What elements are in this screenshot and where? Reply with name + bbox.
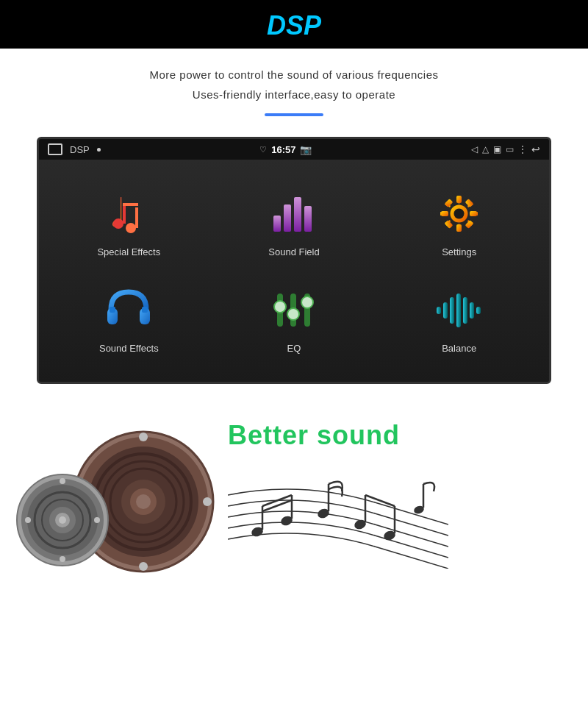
app-grid: 𝅗𝅥 Special Effects [39, 160, 549, 382]
svg-rect-12 [456, 196, 462, 203]
sound-field-icon [268, 188, 320, 239]
svg-rect-18 [445, 219, 453, 228]
box-icon: ▣ [493, 144, 501, 154]
svg-point-11 [454, 208, 465, 218]
subtitle-line1: More power to control the sound of vario… [29, 65, 559, 85]
svg-point-60 [25, 517, 31, 523]
back-icon[interactable]: ↩ [531, 143, 540, 155]
svg-rect-15 [470, 211, 477, 216]
triangle-icon: △ [482, 144, 489, 154]
subtitle-section: More power to control the sound of vario… [0, 49, 588, 124]
svg-point-29 [301, 296, 313, 308]
app-name-label: DSP [70, 144, 90, 155]
svg-rect-23 [142, 307, 148, 313]
svg-point-1 [113, 218, 123, 229]
eq-icon [268, 284, 320, 335]
status-right: ◁ △ ▣ ▭ ⋮ ↩ [471, 143, 540, 155]
music-notes-area: Better sound [228, 420, 566, 569]
special-effects-label: Special Effects [97, 246, 160, 257]
header-title: DSP [0, 10, 588, 41]
app-eq[interactable]: EQ [212, 271, 377, 367]
svg-point-49 [203, 497, 212, 506]
subtitle-line2: Uses-friendly interface,easy to operate [29, 85, 559, 104]
svg-point-46 [139, 433, 148, 441]
more-icon: ⋮ [518, 144, 527, 154]
svg-point-45 [136, 494, 151, 509]
eq-label: EQ [287, 343, 301, 354]
sound-effects-label: Sound Effects [99, 343, 159, 354]
svg-rect-33 [456, 294, 461, 327]
svg-point-25 [274, 301, 286, 313]
rect-icon: ▭ [506, 144, 514, 154]
svg-rect-7 [284, 204, 291, 232]
svg-point-27 [287, 308, 299, 320]
volume-icon: ◁ [471, 144, 478, 154]
status-center: ♡ 16:57 📷 [259, 144, 312, 155]
time-display: 16:57 [271, 144, 295, 155]
svg-rect-4 [135, 207, 138, 228]
svg-rect-13 [456, 224, 462, 232]
balance-icon [434, 284, 485, 335]
settings-label: Settings [442, 246, 476, 257]
app-sound-effects[interactable]: Sound Effects [46, 271, 212, 367]
svg-rect-2 [123, 203, 126, 224]
home-icon[interactable] [48, 143, 62, 155]
svg-rect-32 [450, 297, 454, 324]
app-balance[interactable]: Balance [376, 271, 542, 367]
screen-mockup: DSP ♡ 16:57 📷 ◁ △ ▣ ▭ ⋮ ↩ [37, 137, 551, 384]
status-bar: DSP ♡ 16:57 📷 ◁ △ ▣ ▭ ⋮ ↩ [39, 139, 549, 160]
music-notes-svg [228, 451, 448, 569]
svg-point-57 [59, 516, 66, 524]
svg-rect-34 [463, 297, 467, 324]
svg-rect-16 [445, 198, 453, 207]
svg-rect-17 [465, 198, 474, 207]
balance-label: Balance [442, 343, 476, 354]
svg-rect-19 [465, 219, 474, 228]
app-sound-field[interactable]: Sound Field [212, 174, 377, 271]
better-sound-text: Better sound [228, 420, 400, 451]
better-sound-section: Better sound [0, 384, 588, 597]
dsp-title: DSP [267, 10, 321, 40]
app-special-effects[interactable]: 𝅗𝅥 Special Effects [46, 174, 212, 271]
sound-effects-icon [103, 284, 154, 335]
svg-rect-9 [304, 206, 312, 232]
svg-point-61 [94, 517, 100, 523]
status-dot [97, 148, 101, 152]
svg-rect-22 [110, 307, 115, 313]
special-effects-icon: 𝅗𝅥 [103, 188, 154, 239]
svg-rect-35 [470, 302, 474, 319]
status-left: DSP [48, 143, 101, 155]
header: DSP [0, 0, 588, 49]
svg-rect-14 [441, 211, 448, 216]
settings-icon [434, 188, 485, 239]
svg-rect-36 [476, 307, 481, 314]
blue-divider [265, 113, 323, 116]
svg-rect-8 [294, 197, 301, 232]
svg-rect-6 [273, 216, 281, 232]
speakers-svg [22, 406, 213, 583]
svg-point-58 [60, 478, 65, 484]
svg-rect-30 [437, 307, 441, 314]
svg-rect-31 [443, 302, 448, 319]
app-settings[interactable]: Settings [376, 174, 542, 271]
speakers-area [22, 406, 213, 583]
svg-line-67 [262, 500, 292, 511]
location-icon: ♡ [259, 145, 267, 154]
svg-point-59 [60, 556, 65, 562]
svg-point-3 [126, 223, 136, 233]
camera-icon: 📷 [300, 144, 312, 155]
svg-point-47 [139, 562, 148, 571]
svg-rect-5 [123, 203, 138, 206]
sound-field-label: Sound Field [268, 246, 319, 257]
